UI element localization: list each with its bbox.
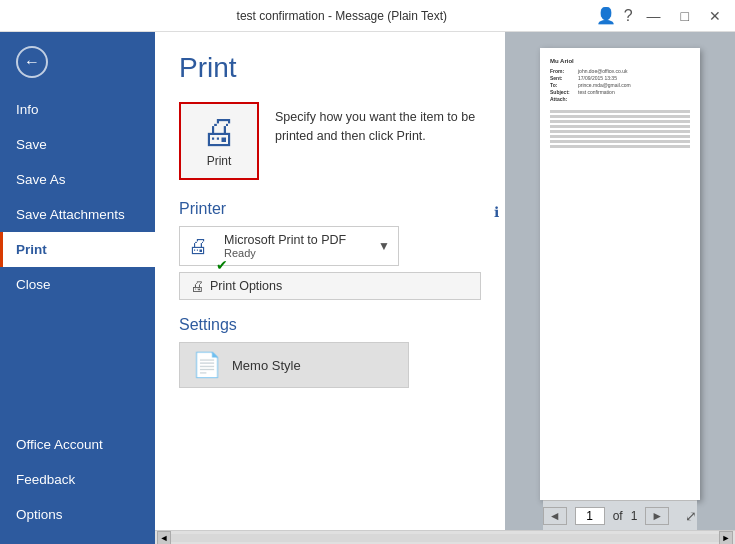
- preview-field-sent: Sent: 17/09/2015 13:35: [550, 75, 690, 81]
- sidebar-item-label: Save: [16, 137, 47, 152]
- sidebar-item-label: Print: [16, 242, 47, 257]
- printer-dropdown[interactable]: 🖨 ✔ Microsoft Print to PDF Ready ▼: [179, 226, 399, 266]
- print-panel: Print 🖨 Print Specify how you want the i…: [155, 32, 505, 530]
- printer-section-title: Printer: [179, 200, 481, 218]
- prev-page-button[interactable]: ◄: [543, 507, 567, 525]
- dropdown-arrow-icon: ▼: [378, 239, 390, 253]
- preview-line-5: [550, 130, 690, 133]
- page-title: Print: [179, 52, 481, 84]
- settings-section-title: Settings: [179, 316, 481, 334]
- back-arrow-icon: ←: [24, 53, 40, 71]
- preview-panel: Mu Ariol From: john.doe@office.co.uk Sen…: [505, 32, 735, 530]
- preview-body: [550, 110, 690, 148]
- sidebar-item-print[interactable]: Print: [0, 232, 155, 267]
- restore-button[interactable]: □: [675, 6, 695, 26]
- printer-check-icon: ✔: [216, 257, 228, 273]
- help-icon[interactable]: ?: [624, 7, 633, 25]
- preview-line-8: [550, 145, 690, 148]
- sidebar-item-office-account[interactable]: Office Account: [0, 427, 155, 462]
- sidebar-item-label: Save As: [16, 172, 66, 187]
- printer-name: Microsoft Print to PDF: [224, 233, 370, 247]
- app-body: ← Info Save Save As Save Attachments Pri…: [0, 32, 735, 544]
- preview-line-6: [550, 135, 690, 138]
- sidebar-item-save[interactable]: Save: [0, 127, 155, 162]
- profile-icon[interactable]: 👤: [596, 6, 616, 25]
- sidebar-item-info[interactable]: Info: [0, 92, 155, 127]
- options-icon: 🖨: [190, 278, 204, 294]
- content-inner: Print 🖨 Print Specify how you want the i…: [155, 32, 735, 530]
- sidebar-item-close[interactable]: Close: [0, 267, 155, 302]
- total-pages: 1: [631, 509, 638, 523]
- preview-value-from: john.doe@office.co.uk: [578, 68, 627, 74]
- preview-value-sent: 17/09/2015 13:35: [578, 75, 617, 81]
- minimize-button[interactable]: —: [641, 6, 667, 26]
- sidebar-item-label: Feedback: [16, 472, 75, 487]
- print-button[interactable]: 🖨 Print: [179, 102, 259, 180]
- print-description: Specify how you want the item to be prin…: [275, 102, 481, 146]
- printer-section: Printer ℹ 🖨 ✔ Microsoft Print to PDF Rea…: [179, 200, 481, 300]
- printer-device-icon: 🖨: [188, 235, 208, 257]
- titlebar-title: test confirmation - Message (Plain Text): [88, 9, 596, 23]
- preview-label-sent: Sent:: [550, 75, 574, 81]
- preview-field-from: From: john.doe@office.co.uk: [550, 68, 690, 74]
- preview-label-subject: Subject:: [550, 89, 574, 95]
- scroll-right-button[interactable]: ►: [719, 531, 733, 545]
- preview-line-3: [550, 120, 690, 123]
- sidebar-item-options[interactable]: Options: [0, 497, 155, 532]
- print-options-label: Print Options: [210, 279, 282, 293]
- sidebar-item-label: Close: [16, 277, 51, 292]
- sidebar-nav: Info Save Save As Save Attachments Print…: [0, 92, 155, 544]
- preview-line-4: [550, 125, 690, 128]
- preview-line-1: [550, 110, 690, 113]
- preview-field-subject: Subject: test confirmation: [550, 89, 690, 95]
- page-nav: ◄ of 1 ► ⤢: [543, 500, 697, 530]
- sidebar-item-label: Info: [16, 102, 39, 117]
- preview-field-attachments: Attach:: [550, 96, 690, 102]
- back-button[interactable]: ←: [0, 32, 155, 92]
- printer-icon: 🖨: [201, 114, 237, 150]
- sidebar-item-label: Office Account: [16, 437, 103, 452]
- next-page-button[interactable]: ►: [645, 507, 669, 525]
- titlebar-controls: 👤 ? — □ ✕: [596, 6, 727, 26]
- scrollbar-track[interactable]: [171, 534, 719, 542]
- scroll-left-button[interactable]: ◄: [157, 531, 171, 545]
- info-icon: ℹ: [494, 204, 499, 220]
- of-label: of: [613, 509, 623, 523]
- page-number-input[interactable]: [575, 507, 605, 525]
- sidebar: ← Info Save Save As Save Attachments Pri…: [0, 32, 155, 544]
- back-circle: ←: [16, 46, 48, 78]
- preview-label-from: From:: [550, 68, 574, 74]
- printer-status: Ready: [224, 247, 370, 259]
- sidebar-item-label: Save Attachments: [16, 207, 125, 222]
- preview-line-7: [550, 140, 690, 143]
- sidebar-item-feedback[interactable]: Feedback: [0, 462, 155, 497]
- preview-page: Mu Ariol From: john.doe@office.co.uk Sen…: [540, 48, 700, 500]
- bottom-scrollbar: ◄ ►: [155, 530, 735, 544]
- titlebar: test confirmation - Message (Plain Text)…: [0, 0, 735, 32]
- sidebar-bottom: Office Account Feedback Options: [0, 427, 155, 544]
- preview-value-subject: test confirmation: [578, 89, 615, 95]
- expand-icon[interactable]: ⤢: [685, 508, 697, 524]
- sidebar-item-save-as[interactable]: Save As: [0, 162, 155, 197]
- preview-field-to: To: prince.mda@gmail.com: [550, 82, 690, 88]
- print-action: 🖨 Print Specify how you want the item to…: [179, 102, 481, 180]
- content: Print 🖨 Print Specify how you want the i…: [155, 32, 735, 544]
- printer-row: ℹ 🖨 ✔ Microsoft Print to PDF Ready ▼: [179, 226, 481, 266]
- preview-value-to: prince.mda@gmail.com: [578, 82, 631, 88]
- print-button-label: Print: [207, 154, 232, 168]
- close-button[interactable]: ✕: [703, 6, 727, 26]
- preview-label-attachments: Attach:: [550, 96, 574, 102]
- preview-label-to: To:: [550, 82, 574, 88]
- preview-subject: Mu Ariol: [550, 58, 690, 64]
- sidebar-item-save-attachments[interactable]: Save Attachments: [0, 197, 155, 232]
- settings-section: Settings 📄 Memo Style: [179, 316, 481, 388]
- memo-icon: 📄: [192, 351, 222, 379]
- printer-select-text: Microsoft Print to PDF Ready: [224, 233, 370, 259]
- print-options-button[interactable]: 🖨 Print Options: [179, 272, 481, 300]
- memo-style-button[interactable]: 📄 Memo Style: [179, 342, 409, 388]
- preview-line-2: [550, 115, 690, 118]
- sidebar-item-label: Options: [16, 507, 63, 522]
- memo-style-label: Memo Style: [232, 358, 301, 373]
